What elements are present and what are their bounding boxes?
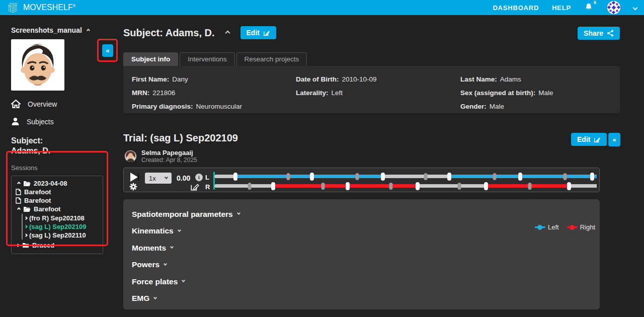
brand[interactable]: MOVESHELF® [7,2,76,13]
field-mrn: MRN: 221806 [132,86,242,100]
gait-event-marker[interactable] [416,182,420,190]
subject-info-panel: First Name: Dany MRN: 221806 Primary dia… [123,66,620,113]
field-primary-diagnosis: Primary diagnosis: Neuromuscular [132,100,242,113]
legend-item-right: Right [567,223,595,231]
timeline-tracks [214,168,597,193]
main-content: Subject: Adams, D. Edit Share Subject in… [123,15,644,317]
top-bar: MOVESHELF® DASHBOARD HELP 5 [0,0,644,15]
playback-speed-select[interactable]: 1x [145,173,172,184]
gait-event-marker[interactable] [567,182,571,190]
gait-event-marker[interactable] [356,173,359,180]
tree-condition-folder[interactable]: Barefoot [15,205,101,213]
gait-event-marker[interactable] [528,183,532,190]
tree-document[interactable]: Barefoot [15,188,101,196]
gait-event-marker[interactable] [590,173,594,181]
gait-event-marker[interactable] [286,173,290,180]
caret-up-icon [17,207,21,211]
edit-pencil-icon [190,182,199,191]
gait-event-marker[interactable] [389,183,393,190]
collapse-subject-chevron-icon[interactable] [225,30,230,35]
gait-event-marker[interactable] [381,173,385,181]
timeline-track-right[interactable] [214,184,597,188]
gait-event-marker[interactable] [346,182,350,190]
gear-icon [129,183,137,191]
tree-condition-folder-collapsed[interactable]: Braced [15,241,101,250]
sidebar-collapse-button[interactable]: « [102,44,113,57]
info-icon[interactable]: i [195,174,203,181]
tree-trial[interactable]: (fro R) Sep202108 [25,214,101,222]
folder-open-icon [23,181,31,187]
notification-count-badge: 5 [594,0,596,5]
play-button[interactable] [130,173,139,182]
user-avatar[interactable] [607,1,620,14]
folder-closed-icon [22,243,29,248]
field-gender: Gender: Male [460,100,553,113]
edit-pencil-icon [263,29,270,36]
edit-clip-button[interactable] [190,182,199,191]
tree-document[interactable]: Barefoot [15,196,101,205]
tree-session-folder[interactable]: 2023-04-08 [15,179,101,188]
tree-trial[interactable]: (sag L) Sep202110 [25,231,101,240]
subject-title: Subject: Adams, D. [123,27,215,39]
gait-event-marker[interactable] [321,183,325,190]
chevron-down-icon [165,176,168,179]
registered-mark: ® [73,4,76,8]
chevron-right-icon [16,244,20,247]
document-icon [16,197,21,204]
gait-event-marker[interactable] [310,173,314,181]
chevron-down-icon [170,245,174,249]
side-legend: Left Right [535,223,595,231]
gait-event-marker[interactable] [248,183,251,190]
chevron-down-icon [237,211,240,215]
legend-right-swatch [567,226,578,228]
chevron-up-icon [87,28,90,32]
gait-event-marker[interactable] [458,183,461,190]
info-column: Date of Birth: 2010-10-09 Laterality: Le… [296,72,377,100]
nav-help[interactable]: HELP [552,4,571,12]
tab-research-projects[interactable]: Research projects [236,52,307,66]
author-photo [125,150,136,162]
account-menu-chevron-icon[interactable] [633,5,638,10]
timeline-track-left[interactable] [214,175,597,178]
field-sex: Sex (assigned at birth): Male [460,86,553,100]
section-spatiotemporal[interactable]: Spatiotemporal parameters [132,206,600,223]
gait-event-marker[interactable] [563,173,567,180]
field-last-name: Last Name: Adams [460,72,553,86]
section-emg[interactable]: EMG [132,290,600,307]
section-force-plates[interactable]: Force plates [132,273,600,290]
gait-event-marker[interactable] [447,173,451,181]
sessions-tree: 2023-04-08 Barefoot Barefoot [11,176,103,254]
timeline-segment [235,175,383,178]
trial-author: Selma Papegaaij Created: Apr 8, 2025 [125,149,197,164]
trial-collapse-button[interactable]: « [608,133,620,146]
project-selector[interactable]: Screenshots_manual [11,26,119,34]
notifications-button[interactable]: 5 [584,3,594,13]
timeline-segment [214,175,235,178]
speed-value: 1x [149,175,156,182]
sidebar-item-overview[interactable]: Overview [11,100,119,108]
field-date-of-birth: Date of Birth: 2010-10-09 [296,72,377,86]
edit-subject-button[interactable]: Edit [240,26,276,39]
settings-gear-button[interactable] [129,183,137,191]
gait-event-marker[interactable] [484,182,488,190]
edit-trial-button[interactable]: Edit [571,133,607,146]
subject-header: Subject: Adams, D. Edit [123,26,276,39]
chevron-right-icon [24,233,28,237]
tab-subject-info[interactable]: Subject info [123,52,178,66]
gait-event-marker[interactable] [233,173,237,181]
section-powers[interactable]: Powers [132,257,600,274]
tree-trial-selected[interactable]: (sag L) Sep202109 [25,222,101,231]
section-kinematics[interactable]: Kinematics [132,223,600,240]
gait-event-marker[interactable] [493,173,497,180]
moveshelf-app-window: MOVESHELF® DASHBOARD HELP 5 [0,0,644,317]
gait-event-marker[interactable] [271,182,275,190]
share-button[interactable]: Share [578,27,620,40]
section-moments[interactable]: Moments [132,240,600,257]
subject-avatar[interactable] [11,39,64,91]
brand-name: MOVESHELF® [23,3,76,12]
tab-interventions[interactable]: Interventions [180,52,234,66]
gait-event-marker[interactable] [518,173,522,181]
sidebar-item-subjects[interactable]: Subjects [11,117,119,126]
gait-event-marker[interactable] [424,173,428,180]
nav-dashboard[interactable]: DASHBOARD [493,4,539,12]
